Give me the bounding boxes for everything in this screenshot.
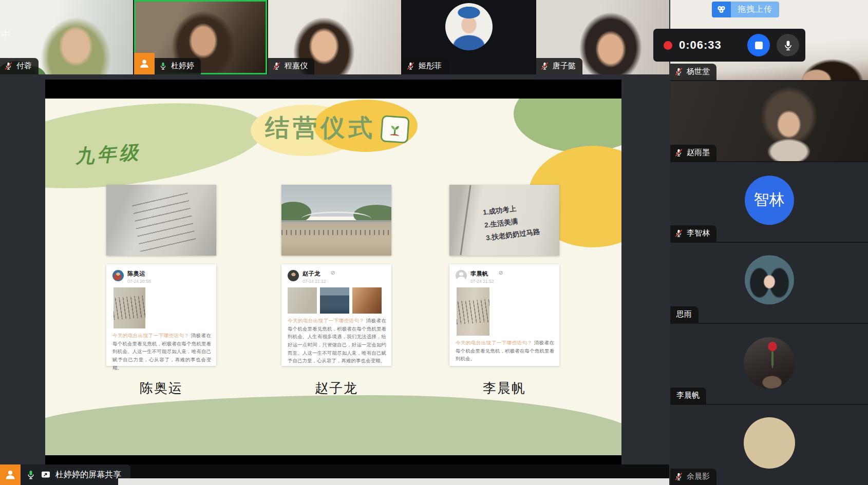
top-video-strip: 付蓉 杜婷婷 程嘉仪 姬彤菲	[0, 0, 669, 74]
post-author: 陈奥运	[127, 270, 150, 278]
bridge-photo	[281, 185, 391, 256]
video-tile-zhaoyumo[interactable]: 赵雨墨	[670, 81, 868, 161]
video-tile-lizhilin[interactable]: 智林 李智林	[670, 162, 868, 242]
participant-label: 杨世堂	[670, 64, 716, 80]
drag-upload-button[interactable]: 拖拽上传	[712, 2, 779, 17]
video-tile-lichenfan[interactable]: 李晨帆	[670, 324, 868, 404]
record-mic-button[interactable]	[777, 34, 799, 56]
post-photo-row	[288, 287, 386, 314]
student-name: 陈奥运	[106, 379, 216, 397]
post-photo	[320, 287, 349, 314]
post-author: 赵子龙	[303, 270, 326, 278]
stop-icon	[755, 42, 763, 49]
video-tile-siyu[interactable]: 思雨	[670, 243, 868, 323]
muted-mic-icon	[540, 62, 549, 70]
post-avatar	[112, 270, 124, 281]
post-question: 今天的电台出现了一下哪些语句？	[112, 333, 190, 338]
handwritten-list: 1.成功考上 2.生活美满 3.扶老奶奶过马路	[482, 200, 541, 245]
participant-name: 程嘉仪	[285, 61, 308, 71]
share-status-bar: 杜婷婷的屏幕共享	[0, 464, 669, 485]
handwriting-strokes	[130, 189, 196, 252]
handwriting-photo	[106, 185, 216, 256]
participant-label: 付蓉	[0, 58, 39, 74]
watermark-text: 中	[1, 28, 11, 42]
avatar	[744, 337, 795, 389]
record-timer: 0:06:33	[679, 38, 722, 52]
participant-name: 思雨	[676, 309, 692, 319]
post-photo	[114, 287, 145, 328]
participant-name: 余晨影	[687, 472, 710, 481]
participant-name: 唐子懿	[553, 61, 576, 71]
avatar	[445, 3, 493, 50]
post-question: 今天的电台出现了一下哪些语句？	[456, 340, 533, 345]
participant-name: 李智林	[687, 228, 710, 238]
muted-mic-icon	[272, 62, 281, 70]
participant-label: 姬彤菲	[402, 58, 448, 74]
video-tile-furong[interactable]: 付蓉	[0, 0, 133, 74]
post-card: 赵子龙 07-24 21:12 ⊘ 今天的电台出现了一下哪些语句？	[281, 264, 391, 366]
participant-name: 杜婷婷	[171, 61, 194, 71]
post-body: 消极者在每个机会里看见危机，积极者在每个危机里看到机会。人生有很多境遇，我们无法…	[288, 318, 386, 363]
recording-bar: 0:06:33	[653, 29, 805, 62]
post-card: 李晨帆 07-24 21:52 ⊘ 今天的电台出现了一下哪些语句？ 消极者在每个…	[449, 264, 559, 366]
share-label: 杜婷婷的屏幕共享	[21, 464, 130, 485]
post-photo	[457, 287, 489, 336]
video-tile-chengjiayi[interactable]: 程嘉仪	[268, 0, 401, 74]
muted-mic-icon	[674, 472, 683, 481]
avatar	[745, 256, 794, 305]
participant-label: 杜婷婷	[155, 58, 201, 74]
video-tile-dutingting[interactable]: 杜婷婷	[134, 0, 267, 74]
student-column: 1.成功考上 2.生活美满 3.扶老奶奶过马路 李晨帆 07-24 21:52	[449, 185, 559, 397]
post-date: 07-24 21:52	[470, 279, 494, 284]
video-tile-yuchenying[interactable]: 余晨影	[670, 405, 868, 485]
privacy-badge-icon: ⊘	[330, 270, 335, 276]
participant-name: 姬彤菲	[419, 61, 442, 71]
active-mic-icon	[26, 470, 36, 480]
post-author: 李晨帆	[470, 270, 494, 278]
post-text: 今天的电台出现了一下哪些语句？ 消极者在每个机会里看见危机，积极者在每个危机里看…	[288, 317, 386, 365]
participant-label: 李晨帆	[670, 387, 706, 404]
video-tile-tangziyi[interactable]: 唐子懿	[536, 0, 669, 74]
participant-name: 付蓉	[16, 61, 32, 71]
sprout-icon	[380, 115, 409, 144]
post-date: 07-24 20:58	[127, 279, 150, 284]
post-avatar	[456, 270, 467, 281]
screen-share-area: 九年级 结营仪式 陈奥运 0	[0, 74, 669, 485]
student-column: 陈奥运 07-24 20:58 今天的电台出现了一下哪些语句？ 消极者在每个机会…	[106, 185, 216, 397]
handwriting-strokes	[457, 299, 489, 324]
post-avatar	[288, 270, 299, 281]
privacy-badge-icon: ⊘	[498, 270, 503, 276]
participant-label: 思雨	[670, 306, 699, 323]
participant-label: 赵雨墨	[670, 145, 716, 161]
participant-name: 杨世堂	[687, 67, 710, 76]
participant-label: 余晨影	[670, 469, 716, 485]
post-body: 消极者在每个机会里看见危机，积极者在每个危机里看到机会。人这一生不可能尽如人意，…	[112, 333, 211, 371]
stop-recording-button[interactable]	[747, 34, 770, 56]
avatar	[744, 417, 795, 469]
participant-sidebar: 杨世堂 赵雨墨 智林 李智林 思雨 李晨帆	[670, 0, 868, 485]
meeting-window: 付蓉 杜婷婷 程嘉仪 姬彤菲	[0, 0, 868, 485]
avatar-initials: 智林	[745, 176, 794, 225]
corner-green-blob	[514, 99, 621, 152]
participant-label: 程嘉仪	[268, 58, 314, 74]
grade-label: 九年级	[74, 140, 142, 170]
share-label-text: 杜婷婷的屏幕共享	[55, 470, 121, 480]
upload-label: 拖拽上传	[731, 2, 779, 17]
record-indicator-icon	[664, 41, 672, 50]
post-date: 07-24 21:12	[303, 279, 326, 284]
student-name: 李晨帆	[449, 379, 559, 397]
host-badge	[134, 53, 155, 74]
video-tile-jitongfei[interactable]: 姬彤菲	[402, 0, 535, 74]
notebook-photo: 1.成功考上 2.生活美满 3.扶老奶奶过马路	[449, 185, 559, 256]
handwriting-strokes	[114, 296, 145, 320]
taskbar-strip	[118, 478, 669, 485]
participant-name: 李晨帆	[676, 391, 700, 400]
shared-screen-panel: 九年级 结营仪式 陈奥运 0	[45, 80, 621, 464]
active-mic-icon	[159, 62, 167, 70]
participant-label: 李智林	[670, 225, 716, 242]
post-photo	[352, 287, 382, 314]
cloud-disk-icon	[712, 2, 731, 17]
student-column: 赵子龙 07-24 21:12 ⊘ 今天的电台出现了一下哪些语句？	[281, 185, 391, 397]
muted-mic-icon	[674, 148, 683, 157]
slide-title: 结营仪式	[265, 112, 376, 144]
